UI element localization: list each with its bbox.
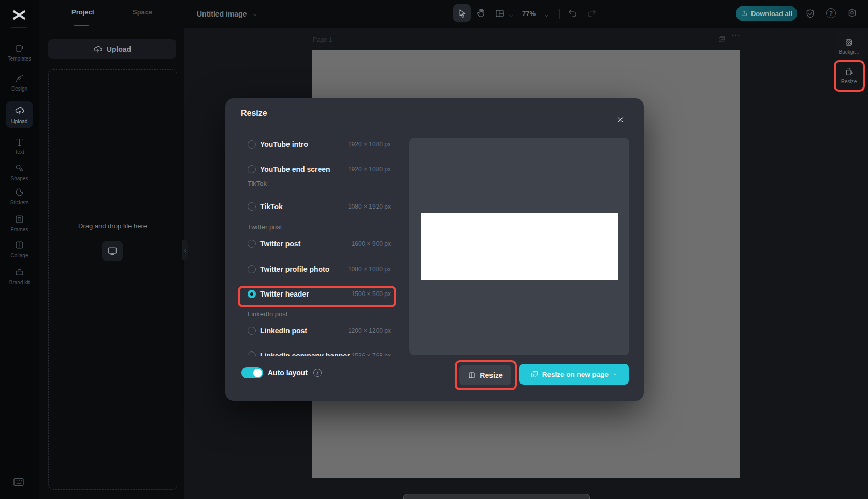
- zoom-chevron-down-icon[interactable]: [544, 11, 549, 21]
- radio-icon[interactable]: [248, 202, 256, 211]
- sidebar-item-templates[interactable]: Templates: [0, 43, 39, 62]
- resize-window-icon: [468, 371, 476, 379]
- sidebar-item-frames[interactable]: Frames: [0, 214, 39, 232]
- upload-button[interactable]: Upload: [48, 39, 176, 59]
- tab-project[interactable]: Project: [71, 8, 94, 16]
- select-tool-button[interactable]: [453, 4, 471, 22]
- dropzone-hint: Drag and drop file here: [49, 222, 177, 230]
- radio-icon[interactable]: [248, 265, 256, 273]
- panel-collapse-handle[interactable]: ‹: [182, 240, 188, 260]
- sidebar-item-collage[interactable]: Collage: [0, 240, 39, 258]
- rail-divider: [11, 27, 27, 28]
- sidebar-item-upload[interactable]: Upload: [6, 101, 33, 128]
- resize-dialog: Resize YouTube intro 1920 × 1080 px YouT…: [225, 98, 644, 401]
- info-icon: i: [313, 369, 322, 377]
- resize-option-linkedin-company-banner[interactable]: LinkedIn company banner 1536 × 768 px: [241, 349, 396, 356]
- resize-icon: [845, 68, 853, 77]
- page-toolbar-edge: [403, 494, 590, 499]
- resize-option-youtube-intro[interactable]: YouTube intro 1920 × 1080 px: [241, 138, 396, 151]
- undo-button[interactable]: [568, 8, 578, 21]
- sidebar-item-shapes[interactable]: Shapes: [0, 163, 39, 181]
- copy-plus-icon: [530, 370, 539, 378]
- help-icon[interactable]: ?: [826, 8, 836, 18]
- layout-tool-button[interactable]: [495, 8, 505, 21]
- cta-chevron-down-icon[interactable]: [612, 372, 618, 377]
- sidebar-item-stickers[interactable]: Stickers: [0, 187, 39, 206]
- text-icon: T: [0, 138, 39, 148]
- device-monitor-icon: [102, 241, 123, 261]
- resize-preview-panel: [409, 138, 629, 355]
- resize-option-twitter-header[interactable]: Twitter header 1500 × 500 px: [241, 288, 396, 300]
- resize-confirm-button[interactable]: Resize: [459, 365, 511, 385]
- section-linkedin-post: LinkedIn post: [248, 310, 287, 318]
- close-icon[interactable]: [614, 113, 627, 126]
- frames-icon: [0, 214, 39, 225]
- radio-icon[interactable]: [248, 140, 256, 149]
- radio-icon[interactable]: [248, 351, 256, 356]
- active-tab-underline: [74, 25, 89, 26]
- title-chevron-down-icon[interactable]: [252, 11, 258, 20]
- layout-chevron-down-icon[interactable]: [508, 11, 514, 21]
- sidebar-item-brand-kit[interactable]: Brand kit: [0, 267, 39, 286]
- upload-cloud-icon: [15, 106, 25, 117]
- page-more-icon[interactable]: ···: [732, 31, 741, 39]
- resize-tool-button[interactable]: Resize: [834, 63, 863, 90]
- sidebar-item-text[interactable]: T Text: [0, 138, 39, 155]
- section-twitter-post: Twitter post: [248, 223, 282, 231]
- document-title[interactable]: Untitled image: [197, 10, 247, 18]
- radio-selected-icon[interactable]: [248, 290, 256, 298]
- sidebar-item-design[interactable]: Design: [0, 74, 39, 92]
- resize-option-youtube-end-screen[interactable]: YouTube end screen 1920 × 1080 px: [241, 163, 396, 175]
- page-label: Page 1: [313, 36, 332, 43]
- radio-icon[interactable]: [248, 327, 256, 335]
- preview-aspect-shape: [421, 213, 618, 280]
- capcut-logo-icon[interactable]: [10, 6, 28, 26]
- resize-options-list: YouTube intro 1920 × 1080 px YouTube end…: [241, 134, 396, 356]
- cursor-icon: [457, 8, 467, 18]
- redo-button[interactable]: [586, 8, 597, 21]
- stickers-icon: [0, 187, 39, 198]
- keyboard-shortcuts-icon[interactable]: [13, 477, 24, 489]
- shield-check-icon[interactable]: [805, 8, 816, 21]
- file-dropzone[interactable]: Drag and drop file here: [48, 69, 177, 490]
- hand-tool-button[interactable]: [476, 8, 486, 20]
- upload-cloud-icon: [93, 45, 103, 54]
- zoom-level[interactable]: 77%: [522, 10, 536, 18]
- resize-option-twitter-profile-photo[interactable]: Twitter profile photo 1080 × 1080 px: [241, 263, 396, 275]
- download-all-button[interactable]: Download all: [736, 6, 797, 21]
- app-window: Page 1 ··· Templates Design Upload T Tex…: [0, 0, 868, 499]
- resize-option-tiktok[interactable]: TikTok 1080 × 1920 px: [241, 200, 396, 213]
- export-icon: [741, 10, 748, 17]
- radio-icon[interactable]: [248, 240, 256, 248]
- resize-on-new-page-button[interactable]: Resize on new page: [519, 364, 629, 385]
- shapes-icon: [0, 163, 39, 174]
- background-tool-button[interactable]: Backgr...: [834, 33, 863, 60]
- settings-gear-icon[interactable]: [847, 8, 858, 21]
- section-tiktok: TikTok: [248, 180, 267, 187]
- collage-icon: [0, 240, 39, 251]
- duplicate-page-icon[interactable]: [718, 35, 726, 45]
- dialog-title: Resize: [241, 109, 267, 118]
- resize-option-twitter-post[interactable]: Twitter post 1600 × 900 px: [241, 238, 396, 250]
- radio-icon[interactable]: [248, 165, 256, 173]
- tab-space[interactable]: Space: [133, 8, 152, 16]
- brand-kit-icon: [0, 267, 39, 278]
- background-icon: [845, 38, 853, 48]
- resize-option-linkedin-post[interactable]: LinkedIn post 1200 × 1200 px: [241, 325, 396, 337]
- design-icon: [0, 74, 39, 84]
- templates-icon: [0, 43, 39, 54]
- auto-layout-toggle[interactable]: [241, 367, 263, 378]
- toolbar-divider: [559, 9, 560, 19]
- auto-layout-label: Auto layout: [268, 369, 308, 377]
